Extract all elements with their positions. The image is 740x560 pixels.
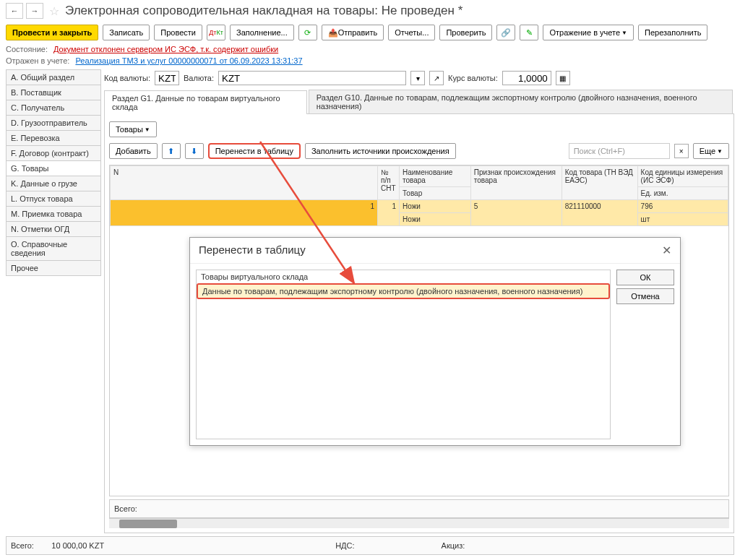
modal-list: Товары виртуального склада Данные по тов… xyxy=(196,270,611,439)
goods-table: N № п/п СНТ Наименование товара Признак … xyxy=(110,165,728,226)
transfer-modal: Перенести в таблицу ✕ Товары виртуальног… xyxy=(189,237,681,446)
cell-name: Ножи xyxy=(400,200,471,213)
modal-list-item-virtual[interactable]: Товары виртуального склада xyxy=(197,270,610,283)
cell-n: 1 xyxy=(111,200,378,226)
move-down-button[interactable]: ⬇ xyxy=(185,143,204,159)
modal-cancel-button[interactable]: Отмена xyxy=(616,288,674,304)
currency-rate-calc-button[interactable]: ▦ xyxy=(556,71,570,85)
nav-back-button[interactable]: ← xyxy=(6,3,23,19)
cell-tovar: Ножи xyxy=(400,213,471,226)
status-error-link[interactable]: Документ отклонен сервером ИС ЭСФ, т.к. … xyxy=(53,45,278,53)
refill-button[interactable]: Перезаполнить xyxy=(638,25,707,40)
post-and-close-button[interactable]: Провести и закрыть xyxy=(6,25,98,40)
table-row[interactable]: 1 1 Ножи 5 821110000 796 xyxy=(111,200,728,213)
section-sidebar: A. Общий раздел B. Поставщик C. Получате… xyxy=(6,69,101,533)
sidebar-item-other[interactable]: Прочее xyxy=(6,260,101,276)
dt-kt-icon-button[interactable]: ДтКт xyxy=(207,25,225,40)
sidebar-item-o[interactable]: O. Справочные сведения xyxy=(6,236,101,261)
footer-total-value: 10 000,00 KZT xyxy=(51,541,104,550)
reflected-label: Отражен в учете: xyxy=(6,56,69,65)
sidebar-item-g[interactable]: G. Товары xyxy=(6,160,101,176)
col-unit: Ед. изм. xyxy=(637,187,728,200)
sidebar-item-b[interactable]: B. Поставщик xyxy=(6,85,101,100)
fill-button[interactable]: Заполнение... xyxy=(230,25,294,40)
table-totals: Всего: xyxy=(109,499,729,518)
horizontal-scrollbar[interactable] xyxy=(109,518,729,528)
modal-close-button[interactable]: ✕ xyxy=(662,244,671,257)
currency-rate-label: Курс валюты: xyxy=(448,74,498,82)
reflected-doc-link[interactable]: Реализация ТМЗ и услуг 00000000071 от 06… xyxy=(75,56,302,65)
sidebar-item-k[interactable]: K. Данные о грузе xyxy=(6,176,101,191)
currency-code-label: Код валюты: xyxy=(104,74,150,82)
page-title: Электронная сопроводительная накладная н… xyxy=(65,4,462,18)
cell-npp: 1 xyxy=(378,200,400,226)
cell-code: 821110000 xyxy=(562,200,637,226)
col-n: N xyxy=(111,166,378,200)
col-origin: Признак происхождения товара xyxy=(470,166,562,200)
cell-unit: шт xyxy=(637,213,728,226)
check-button[interactable]: Проверить xyxy=(439,25,492,40)
modal-title: Перенести в таблицу xyxy=(199,244,306,257)
chevron-down-icon: ▼ xyxy=(145,126,150,133)
goods-dropdown-button[interactable]: Товары▼ xyxy=(109,121,157,137)
currency-name-select[interactable] xyxy=(218,71,406,85)
col-npp: № п/п СНТ xyxy=(378,166,400,200)
add-button[interactable]: Добавить xyxy=(109,143,158,159)
post-button[interactable]: Провести xyxy=(154,25,202,40)
sidebar-item-e[interactable]: E. Перевозка xyxy=(6,130,101,146)
link-icon-button[interactable]: 🔗 xyxy=(496,25,515,40)
currency-name-label: Валюта: xyxy=(184,74,214,82)
sidebar-item-m[interactable]: M. Приемка товара xyxy=(6,206,101,222)
currency-dropdown-button[interactable]: ▾ xyxy=(410,71,425,85)
cell-unit-code: 796 xyxy=(637,200,728,213)
sidebar-item-f[interactable]: F. Договор (контракт) xyxy=(6,145,101,161)
currency-open-button[interactable]: ↗ xyxy=(429,71,444,85)
move-up-button[interactable]: ⬆ xyxy=(162,143,181,159)
tab-g1[interactable]: Раздел G1. Данные по товарам виртуальног… xyxy=(104,90,307,114)
favorite-star-icon[interactable]: ☆ xyxy=(49,4,59,18)
chevron-down-icon: ▼ xyxy=(621,30,627,36)
send-button[interactable]: 📤Отправить xyxy=(322,25,384,40)
total-label: Всего: xyxy=(114,504,137,513)
col-name: Наименование товара xyxy=(400,166,471,187)
tab-g10[interactable]: Раздел G10. Данные по товарам, подлежащи… xyxy=(309,90,733,113)
modal-list-item-export[interactable]: Данные по товарам, подлежащим экспортном… xyxy=(197,283,610,299)
sidebar-item-n[interactable]: N. Отметки ОГД xyxy=(6,221,101,237)
footer-total-label: Всего: xyxy=(11,541,34,550)
modal-ok-button[interactable]: ОК xyxy=(616,270,674,285)
col-unit-code: Код единицы измерения (ИС ЭСФ) xyxy=(637,166,728,187)
currency-rate-input[interactable] xyxy=(502,71,551,85)
col-tovar: Товар xyxy=(400,187,471,200)
sidebar-item-a[interactable]: A. Общий раздел xyxy=(6,69,101,85)
scrollbar-thumb[interactable] xyxy=(119,520,177,528)
more-button[interactable]: Еще▼ xyxy=(693,143,729,159)
footer-akciz-label: Акциз: xyxy=(442,541,465,550)
transfer-to-table-button[interactable]: Перенести в таблицу xyxy=(208,143,301,159)
reflect-button[interactable]: Отражение в учете▼ xyxy=(543,25,634,40)
footer-nds-label: НДС: xyxy=(335,541,354,550)
sidebar-item-c[interactable]: C. Получатель xyxy=(6,100,101,116)
fill-sources-button[interactable]: Заполнить источники происхождения xyxy=(305,143,456,159)
nav-forward-button[interactable]: → xyxy=(26,3,43,19)
edit-icon-button[interactable]: ✎ xyxy=(520,25,538,40)
sidebar-item-d[interactable]: D. Грузоотправитель xyxy=(6,115,101,131)
status-label: Состояние: xyxy=(6,45,48,53)
search-clear-button[interactable]: × xyxy=(674,144,689,158)
send-icon: 📤 xyxy=(328,28,338,38)
write-button[interactable]: Записать xyxy=(103,25,150,40)
cell-origin: 5 xyxy=(470,200,562,226)
search-input[interactable]: Поиск (Ctrl+F) xyxy=(569,143,670,159)
chevron-down-icon: ▼ xyxy=(717,148,723,155)
summary-footer: Всего: 10 000,00 KZT НДС: Акциз: xyxy=(6,536,734,555)
reports-button[interactable]: Отчеты... xyxy=(388,25,435,40)
col-code: Код товара (ТН ВЭД ЕАЭС) xyxy=(562,166,637,200)
refresh-icon-button[interactable]: ⟳ xyxy=(298,25,317,40)
currency-code-input[interactable] xyxy=(155,71,179,85)
sidebar-item-l[interactable]: L. Отпуск товара xyxy=(6,191,101,207)
